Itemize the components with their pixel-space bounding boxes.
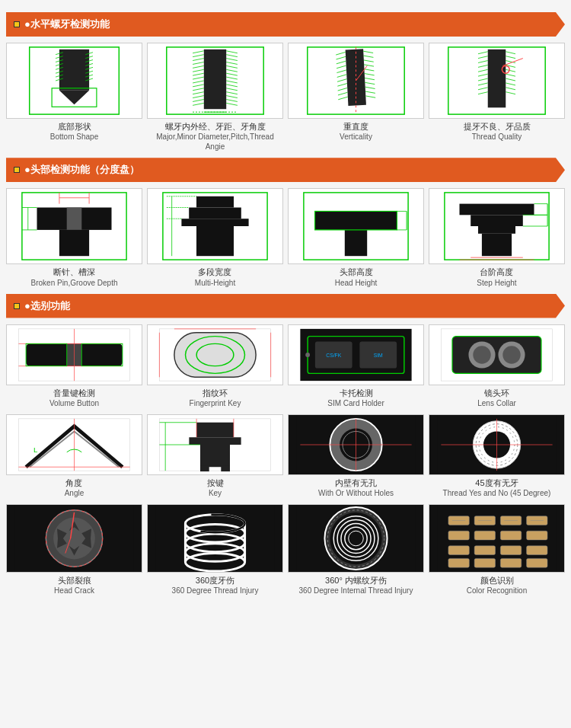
caption-verticality: 重直度 Verticality: [340, 121, 372, 142]
svg-line-67: [363, 51, 373, 54]
section1-header: ●水平螺牙检测功能: [6, 12, 565, 37]
svg-line-62: [337, 79, 347, 82]
svg-rect-238: [527, 531, 547, 540]
svg-line-46: [226, 85, 238, 87]
item-angle: L 角度 Angle: [6, 414, 142, 498]
svg-line-101: [506, 92, 515, 94]
section2-bullet: [14, 167, 20, 173]
caption-thread-quality: 提牙不良、牙品质 Thread Quality: [464, 121, 531, 142]
svg-line-51: [226, 103, 238, 105]
caption-angle: 角度 Angle: [65, 477, 85, 498]
item-verticality: 重直度 Verticality: [288, 43, 424, 152]
svg-line-39: [226, 59, 238, 61]
svg-line-35: [193, 100, 204, 102]
svg-line-63: [337, 84, 347, 87]
caption-color-recognition: 颜色识别 Color Recognition: [467, 575, 528, 595]
img-head-crack: [6, 504, 142, 573]
svg-point-170: [502, 346, 520, 363]
svg-line-61: [337, 75, 347, 78]
img-bottom-shape: [6, 43, 142, 119]
svg-line-37: [226, 51, 238, 53]
caption-multi-height: 多段宽度 Multi-Height: [195, 267, 235, 287]
svg-line-25: [193, 62, 204, 65]
item-head-crack: 头部裂痕 Head Crack: [6, 504, 142, 595]
svg-line-58: [337, 61, 346, 64]
svg-rect-181: [221, 465, 230, 471]
svg-rect-132: [471, 216, 523, 227]
svg-line-82: [478, 52, 488, 54]
img-multi-height: [147, 188, 283, 264]
img-color-recognition: [429, 504, 565, 573]
caption-360-internal: 360° 内螺纹牙伤 360 Degree Internal Thread In…: [299, 575, 413, 595]
section1-grid: 底部形状 Bottom Shape: [6, 43, 565, 152]
svg-line-40: [226, 62, 238, 65]
svg-text:SIM: SIM: [374, 353, 383, 358]
section2-header: ●头部检测功能（分度盘）: [6, 158, 565, 182]
svg-line-50: [226, 100, 238, 102]
img-360-thread: [147, 504, 283, 573]
svg-text:CS/FK: CS/FK: [326, 353, 342, 358]
svg-rect-241: [500, 546, 521, 555]
svg-line-22: [193, 51, 204, 53]
caption-45-thread: 45度有无牙 Thread Yes and No (45 Degree): [443, 477, 551, 498]
svg-line-65: [338, 92, 348, 95]
svg-point-162: [305, 353, 310, 357]
caption-fingerprint-key: 指纹环 Fingerprint Key: [190, 388, 241, 408]
svg-line-30: [193, 81, 204, 83]
svg-rect-237: [500, 531, 521, 540]
item-color-recognition: 颜色识别 Color Recognition: [429, 504, 565, 595]
img-verticality: [288, 43, 424, 119]
svg-line-44: [226, 77, 238, 79]
svg-line-36: [193, 103, 204, 105]
svg-rect-236: [474, 531, 495, 540]
item-sim-card: CS/FK SIM 卡托检测 SIM Card Holder: [288, 324, 424, 408]
caption-key: 按键 Key: [207, 477, 224, 498]
svg-line-83: [478, 56, 488, 59]
svg-rect-245: [500, 559, 521, 568]
section3-row2: L 角度 Angle: [6, 414, 565, 498]
item-step-height: 台阶高度 Step Height: [429, 188, 565, 287]
svg-line-42: [226, 69, 238, 72]
svg-line-90: [478, 88, 488, 90]
img-45-thread: [429, 414, 565, 475]
svg-line-68: [364, 55, 374, 58]
svg-line-56: [336, 52, 346, 55]
svg-line-47: [226, 88, 238, 91]
svg-rect-180: [200, 465, 209, 471]
svg-line-97: [506, 74, 515, 76]
svg-line-60: [337, 70, 346, 73]
svg-rect-152: [174, 332, 256, 377]
svg-rect-246: [527, 559, 547, 568]
caption-holes: 内壁有无孔 With Or Without Holes: [318, 477, 394, 498]
svg-line-89: [478, 83, 488, 85]
svg-line-88: [478, 78, 488, 81]
svg-line-33: [193, 92, 204, 94]
svg-line-69: [364, 59, 374, 62]
img-step-height: [429, 188, 565, 264]
svg-rect-81: [488, 49, 506, 107]
item-head-height: 头部高度 Head Height: [288, 188, 424, 287]
section3-title: ●选别功能: [24, 299, 70, 313]
svg-rect-178: [189, 437, 241, 445]
svg-line-103: [502, 59, 522, 66]
svg-rect-134: [482, 234, 512, 256]
svg-point-169: [473, 346, 490, 363]
caption-thread-params: 螺牙内外经、牙距、牙角度 Major,Minor Diameter,Pitch,…: [147, 121, 283, 152]
svg-line-99: [506, 83, 515, 85]
section3-row1: 音量键检测 Volume Button 指纹环 Fingerprint Key: [6, 324, 565, 408]
caption-sim-card: 卡托检测 SIM Card Holder: [327, 388, 384, 408]
svg-text:L: L: [33, 445, 38, 454]
svg-line-96: [506, 69, 515, 72]
svg-line-100: [506, 88, 515, 90]
svg-line-71: [364, 69, 374, 72]
img-head-height: [288, 188, 424, 264]
svg-rect-235: [448, 531, 469, 540]
svg-line-43: [226, 73, 238, 75]
svg-rect-125: [345, 230, 367, 256]
img-lens-collar: [429, 324, 565, 385]
svg-line-66: [338, 97, 348, 100]
svg-marker-18: [59, 91, 89, 105]
caption-head-height: 头部高度 Head Height: [335, 267, 378, 287]
svg-line-86: [478, 69, 488, 72]
svg-line-64: [337, 88, 347, 91]
